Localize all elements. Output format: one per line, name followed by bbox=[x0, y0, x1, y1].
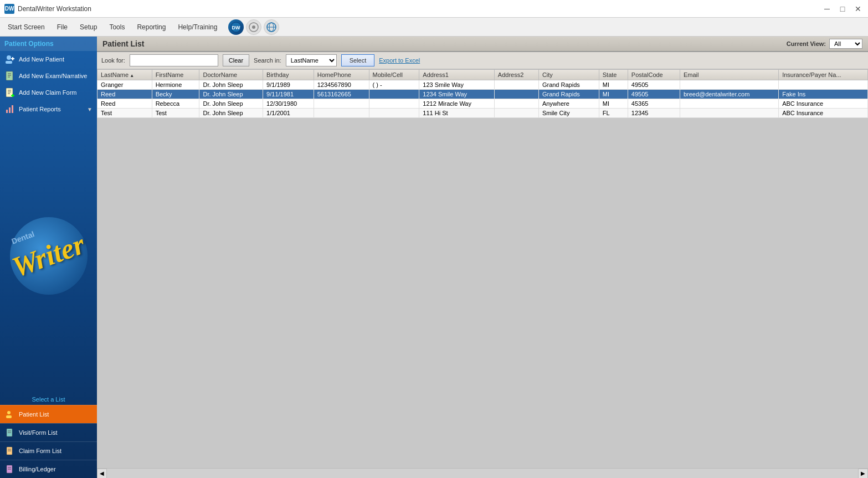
col-mobilecell[interactable]: Mobile/Cell bbox=[369, 70, 419, 80]
svg-rect-11 bbox=[6, 71, 13, 80]
cell-state: MI bbox=[599, 90, 628, 99]
cell-state: MI bbox=[599, 99, 628, 109]
sidebar-item-add-exam[interactable]: Add New Exam/Narrative bbox=[0, 68, 97, 84]
table-body: GrangerHermioneDr. John Sleep9/1/1989123… bbox=[97, 80, 868, 118]
cell-doctorName: Dr. John Sleep bbox=[199, 90, 263, 99]
list-btn-patient-list[interactable]: Patient List bbox=[0, 405, 97, 423]
add-claim-label: Add New Claim Form bbox=[19, 89, 77, 96]
search-in-label: Search in: bbox=[254, 57, 281, 64]
globe-icon[interactable] bbox=[264, 19, 279, 35]
col-lastname[interactable]: LastName bbox=[97, 70, 152, 80]
circle-icon-2[interactable] bbox=[246, 19, 261, 35]
table-row[interactable]: ReedRebeccaDr. John Sleep12/30/19801212 … bbox=[97, 99, 868, 109]
cell-address2 bbox=[494, 99, 538, 109]
app-title: DentalWriter Workstation bbox=[18, 5, 91, 13]
patient-options-header: Patient Options bbox=[0, 37, 97, 51]
col-postalcode[interactable]: PostalCode bbox=[628, 70, 680, 80]
claim-form-icon bbox=[4, 445, 16, 456]
patient-panel-header: Patient List Current View: All bbox=[97, 37, 868, 52]
cell-address1: 1234 Smile Way bbox=[419, 90, 494, 99]
circle-icon-1[interactable]: DW bbox=[228, 19, 244, 35]
cell-insurancePayerName bbox=[779, 80, 868, 90]
cell-lastName: Reed bbox=[97, 99, 152, 109]
search-in-select[interactable]: LastName FirstName Birthday HomePhone bbox=[286, 54, 337, 66]
col-state[interactable]: State bbox=[599, 70, 628, 80]
main-area: Patient Options Add New Patient Add New … bbox=[0, 37, 868, 478]
visit-form-icon bbox=[4, 427, 16, 438]
cell-city: Grand Rapids bbox=[538, 90, 599, 99]
col-city[interactable]: City bbox=[538, 70, 599, 80]
cell-state: MI bbox=[599, 80, 628, 90]
current-view-label: Current View: bbox=[787, 40, 826, 47]
svg-point-7 bbox=[7, 55, 11, 60]
list-btn-claim-form[interactable]: Claim Form List bbox=[0, 441, 97, 460]
content-area: Patient List Current View: All Look for:… bbox=[97, 37, 868, 478]
svg-text:DW: DW bbox=[232, 25, 240, 30]
list-btn-billing-ledger[interactable]: Billing/Ledger bbox=[0, 460, 97, 478]
col-homephone[interactable]: HomePhone bbox=[314, 70, 369, 80]
look-for-input[interactable] bbox=[130, 54, 218, 66]
svg-rect-22 bbox=[9, 107, 11, 113]
menu-setup[interactable]: Setup bbox=[74, 21, 102, 33]
table-row[interactable]: TestTestDr. John Sleep1/1/2001111 Hi StS… bbox=[97, 109, 868, 118]
select-list-label[interactable]: Select a List bbox=[0, 394, 97, 405]
patient-list-title: Patient List bbox=[102, 39, 144, 48]
menu-tools[interactable]: Tools bbox=[104, 21, 130, 33]
col-address2[interactable]: Address2 bbox=[494, 70, 538, 80]
cell-firstName: Hermione bbox=[152, 80, 199, 90]
col-doctorname[interactable]: DoctorName bbox=[199, 70, 263, 80]
current-view-area: Current View: All bbox=[787, 39, 862, 49]
cell-mobileCell bbox=[369, 90, 419, 99]
menu-bar: Start Screen File Setup Tools Reporting … bbox=[0, 18, 868, 37]
export-to-excel-link[interactable]: Export to Excel bbox=[379, 57, 420, 64]
cell-mobileCell bbox=[369, 99, 419, 109]
cell-homePhone bbox=[314, 99, 369, 109]
svg-rect-23 bbox=[12, 105, 13, 113]
minimize-button[interactable]: ─ bbox=[821, 3, 833, 14]
cell-homePhone: 5613162665 bbox=[314, 90, 369, 99]
col-email[interactable]: Email bbox=[680, 70, 778, 80]
cell-birthday: 9/11/1981 bbox=[263, 90, 314, 99]
col-birthday[interactable]: Birthday bbox=[263, 70, 314, 80]
select-button[interactable]: Select bbox=[341, 54, 375, 66]
cell-city: Smile City bbox=[538, 109, 599, 118]
sidebar-item-add-claim[interactable]: Add New Claim Form bbox=[0, 84, 97, 101]
scroll-track[interactable] bbox=[107, 469, 858, 479]
cell-email bbox=[680, 80, 778, 90]
cell-city: Anywhere bbox=[538, 99, 599, 109]
table-row[interactable]: ReedBeckyDr. John Sleep9/11/198156131626… bbox=[97, 90, 868, 99]
logo-area: Dental Writer bbox=[0, 117, 97, 394]
cell-email: breed@dentalwriter.com bbox=[680, 90, 778, 99]
cell-birthday: 1/1/2001 bbox=[263, 109, 314, 118]
col-firstname[interactable]: FirstName bbox=[152, 70, 199, 80]
cell-firstName: Becky bbox=[152, 90, 199, 99]
scroll-left-arrow[interactable]: ◀ bbox=[97, 469, 107, 479]
cell-city: Grand Rapids bbox=[538, 80, 599, 90]
sidebar-item-add-new-patient[interactable]: Add New Patient bbox=[0, 51, 97, 68]
title-bar: DW DentalWriter Workstation ─ □ ✕ bbox=[0, 0, 868, 18]
sidebar-item-patient-reports[interactable]: Patient Reports ▼ bbox=[0, 101, 97, 117]
scroll-right-arrow[interactable]: ▶ bbox=[858, 469, 868, 479]
cell-insurancePayerName: Fake Ins bbox=[779, 90, 868, 99]
col-insurance[interactable]: Insurance/Payer Na... bbox=[779, 70, 868, 80]
clear-button[interactable]: Clear bbox=[223, 54, 249, 66]
billing-icon bbox=[4, 464, 16, 475]
list-btn-visit-form[interactable]: Visit/Form List bbox=[0, 423, 97, 441]
claim-form-label: Claim Form List bbox=[19, 448, 61, 454]
table-row[interactable]: GrangerHermioneDr. John Sleep9/1/1989123… bbox=[97, 80, 868, 90]
menu-help-training[interactable]: Help/Training bbox=[172, 21, 223, 33]
current-view-select[interactable]: All bbox=[829, 39, 862, 49]
menu-reporting[interactable]: Reporting bbox=[131, 21, 171, 33]
col-address1[interactable]: Address1 bbox=[419, 70, 494, 80]
cell-lastName: Test bbox=[97, 109, 152, 118]
horizontal-scrollbar[interactable]: ◀ ▶ bbox=[97, 468, 868, 478]
list-buttons: Patient List Visit/Form List Claim Form … bbox=[0, 405, 97, 478]
cell-postalCode: 49505 bbox=[628, 80, 680, 90]
menu-file[interactable]: File bbox=[52, 21, 73, 33]
cell-firstName: Test bbox=[152, 109, 199, 118]
add-exam-icon bbox=[4, 70, 16, 81]
cell-address1: 111 Hi St bbox=[419, 109, 494, 118]
close-button[interactable]: ✕ bbox=[852, 3, 864, 14]
maximize-button[interactable]: □ bbox=[837, 3, 848, 14]
menu-start-screen[interactable]: Start Screen bbox=[2, 21, 50, 33]
